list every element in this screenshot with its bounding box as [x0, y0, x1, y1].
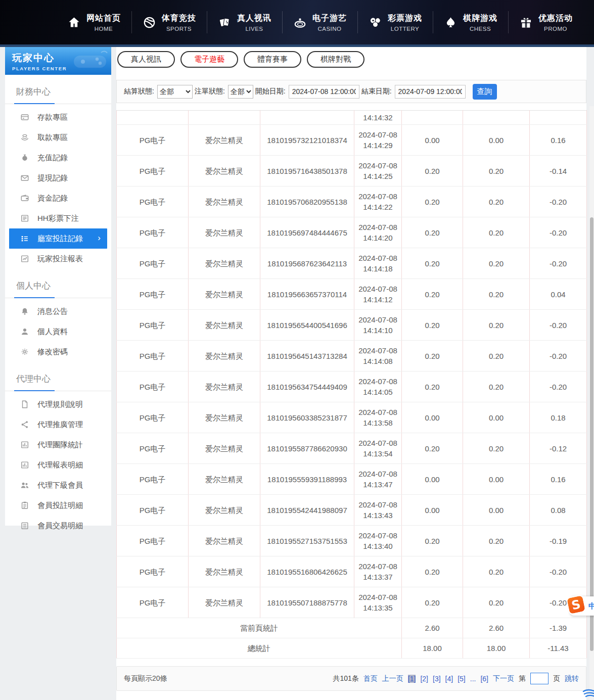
summary-value-cell: -11.43 [530, 638, 587, 659]
bet-id-cell: 1810195706820955138 [260, 186, 354, 217]
page-link-5[interactable]: [5] [458, 675, 466, 683]
profit-cell: -0.20 [530, 371, 587, 402]
nav-item-sports[interactable]: 体育竞技SPORTS [131, 11, 207, 33]
sidebar-item[interactable]: 提現記錄 [5, 168, 111, 188]
platform-cell: PG电子 [117, 279, 189, 310]
sidebar-item[interactable]: 會員交易明細 [5, 516, 111, 536]
sidebar-item-label: 取款專區 [37, 133, 68, 143]
scrollbar-thumb[interactable] [590, 217, 593, 651]
sidebar-item[interactable]: HH彩票下注 [5, 208, 111, 228]
bet-time-cell: 2024-07-0814:13:47 [354, 464, 402, 495]
valid-amount-cell: 0.20 [463, 587, 530, 618]
tab-體育賽事[interactable]: 體育賽事 [244, 51, 301, 68]
bet-amount-cell: 0.20 [402, 248, 463, 279]
corner-widget-icon[interactable] [582, 689, 594, 699]
pager: 共101条首页上一页[1][2][3][4][5]...[6]下一页第页跳转 [333, 673, 579, 684]
page-link-4[interactable]: [4] [445, 675, 453, 683]
profit-cell: -0.20 [530, 186, 587, 217]
end-date-input[interactable] [395, 85, 466, 99]
sidebar-item[interactable]: 會員投註明細 [5, 495, 111, 516]
table-row: PG电子爱尔兰精灵18101956974844446752024-07-0814… [117, 217, 587, 248]
summary-row: 總統計18.0018.00-11.43 [117, 638, 587, 659]
search-button[interactable]: 查詢 [473, 84, 497, 100]
jump-go-link[interactable]: 跳转 [565, 674, 579, 683]
game-cell: 爱尔兰精灵 [189, 341, 260, 371]
valid-amount-cell: 0.00 [463, 402, 530, 433]
sidebar-item[interactable]: 存款專區 [5, 107, 111, 127]
clipboard2-icon [20, 521, 29, 530]
nav-item-lives[interactable]: 真人视讯LIVES [207, 11, 282, 33]
sidebar-item[interactable]: 修改密碼 [5, 342, 111, 362]
nav-item-promo[interactable]: 优惠活动PROMO [508, 11, 583, 33]
user-icon [20, 327, 29, 336]
nav-item-home[interactable]: 网站首页HOME [57, 11, 131, 33]
spade-icon [444, 16, 458, 29]
tab-棋牌對戰[interactable]: 棋牌對戰 [307, 51, 364, 68]
sidebar-item[interactable]: 玩家投注報表 [5, 249, 111, 269]
sidebar-item[interactable]: 代理報表明細 [5, 455, 111, 475]
platform-cell: PG电子 [117, 495, 189, 526]
profit-cell: -0.14 [530, 156, 587, 186]
sidebar-item-label: 提現記錄 [37, 173, 68, 183]
sidebar-item[interactable]: 廳室投註記錄› [9, 228, 107, 249]
nav-item-casino[interactable]: 电子游艺CASINO [282, 11, 357, 33]
nav-label-zh: 棋牌游戏 [463, 13, 497, 24]
bet-amount-cell: 0.20 [402, 279, 463, 310]
next-page-link[interactable]: 下一页 [493, 674, 514, 683]
translate-logo-icon[interactable]: S [566, 594, 587, 616]
sidebar-item[interactable]: 代理推廣管理 [5, 414, 111, 435]
page-link-6[interactable]: [6] [480, 675, 488, 683]
table-row: PG电子爱尔兰精灵18101955271537515532024-07-0814… [117, 526, 587, 556]
game-cell: 爱尔兰精灵 [189, 186, 260, 217]
page-link-3[interactable]: [3] [433, 675, 441, 683]
sidebar-item[interactable]: 代理團隊統計 [5, 435, 111, 455]
summary-value-cell: -1.39 [530, 618, 587, 638]
sidebar-section-title: 財務中心 [5, 83, 111, 104]
platform-cell: PG电子 [117, 556, 189, 587]
translate-overlay[interactable]: S 中 [570, 596, 594, 616]
sidebar-item[interactable]: 消息公告 [5, 301, 111, 321]
bet-id-cell: 1810195654400541696 [260, 310, 354, 341]
sidebar-item[interactable]: 代理規則說明 [5, 394, 111, 414]
bet-records-table: 14:14:32PG电子爱尔兰精灵18101957321210183742024… [116, 110, 587, 659]
sidebar-item[interactable]: 取款專區 [5, 127, 111, 148]
sidebar-item[interactable]: 代理下級會員 [5, 475, 111, 495]
bet-amount-cell: 0.20 [402, 371, 463, 402]
settle-status-select[interactable]: 全部 [157, 85, 193, 99]
valid-amount-cell: 0.20 [463, 217, 530, 248]
page-link-2[interactable]: [2] [420, 675, 428, 683]
bet-amount-cell: 0.20 [402, 433, 463, 464]
gift-icon [519, 16, 533, 29]
nav-item-chess[interactable]: 棋牌游戏CHESS [433, 11, 508, 33]
nav-item-lottery[interactable]: 彩票游戏LOTTERY [357, 11, 433, 33]
jump-page-input[interactable] [530, 673, 549, 684]
valid-amount-cell: 0.20 [463, 526, 530, 556]
tab-真人視訊[interactable]: 真人視訊 [117, 51, 175, 68]
tab-電子遊藝[interactable]: 電子遊藝 [180, 51, 238, 68]
sidebar-item[interactable]: 個人資料 [5, 321, 111, 342]
valid-amount-cell: 0.00 [463, 495, 530, 526]
bet-time-cell: 2024-07-0814:13:58 [354, 402, 402, 433]
bet-time-cell: 2024-07-0814:13:43 [354, 495, 402, 526]
order-status-select[interactable]: 全部 [228, 85, 253, 99]
jump-prefix-label: 第 [519, 674, 526, 683]
prev-page-link[interactable]: 上一页 [382, 674, 403, 683]
platform-cell: PG电子 [117, 587, 189, 618]
valid-amount-cell: 0.20 [463, 556, 530, 587]
profit-cell: -0.20 [530, 341, 587, 371]
bet-time-cell: 2024-07-0814:14:10 [354, 310, 402, 341]
first-page-link[interactable]: 首页 [363, 674, 378, 683]
start-date-input[interactable] [289, 85, 359, 99]
platform-cell: PG电子 [117, 125, 189, 156]
profit-cell: -0.19 [530, 526, 587, 556]
page-link-1[interactable]: [1] [408, 675, 416, 683]
translate-lang-label[interactable]: 中 [588, 601, 594, 611]
summary-value-cell: 18.00 [402, 638, 463, 659]
bet-amount-cell: 0.20 [402, 341, 463, 371]
sidebar-item-label: 玩家投注報表 [37, 254, 83, 264]
nav-label-en: LOTTERY [391, 26, 419, 32]
bet-amount-cell: 0.20 [402, 556, 463, 587]
platform-cell: PG电子 [117, 156, 189, 186]
sidebar-item[interactable]: 充值記錄 [5, 148, 111, 168]
sidebar-item[interactable]: 資金記錄 [5, 188, 111, 208]
